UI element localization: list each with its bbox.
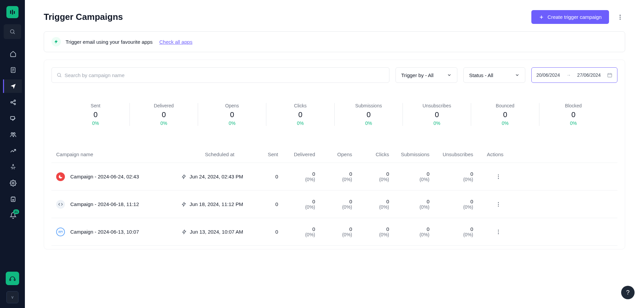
metric-cell: 0(0%): [429, 226, 473, 237]
bolt-icon: [182, 230, 187, 234]
table-row[interactable]: Campaign - 2024-06-18, 11:12 Jun 18, 202…: [51, 191, 617, 218]
nav-campaigns[interactable]: [3, 79, 22, 93]
th-unsubscribes: Unsubscribes: [429, 151, 473, 157]
stat-label: Submissions: [337, 103, 400, 108]
nav-notifications[interactable]: 21: [3, 209, 22, 222]
stat-card: Bounced 0 0%: [471, 103, 539, 126]
svg-line-13: [12, 103, 14, 104]
metric-cell: 0(0%): [429, 171, 473, 182]
stat-label: Opens: [201, 103, 263, 108]
main-content: Trigger Campaigns Create trigger campaig…: [25, 0, 644, 308]
plus-icon: [539, 14, 544, 20]
stat-label: Clicks: [269, 103, 332, 108]
metric-cell: 0(0%): [389, 199, 429, 210]
metric-cell: 0(0%): [352, 171, 389, 182]
metric-cell: 0(0%): [389, 226, 429, 237]
stat-label: Unsubscribes: [406, 103, 468, 108]
sidebar-nav: 21: [0, 47, 25, 222]
sidebar-search[interactable]: [4, 24, 21, 39]
app-trigger-banner: Trigger email using your favourite apps …: [44, 31, 625, 52]
campaign-search[interactable]: [51, 67, 389, 83]
status-select[interactable]: Status - All: [463, 67, 525, 83]
date-range-picker[interactable]: 20/06/2024 → 27/06/2024: [531, 67, 617, 83]
svg-point-3: [10, 30, 14, 33]
svg-point-33: [498, 174, 499, 175]
campaign-source-icon: API: [56, 228, 65, 236]
sent-cell: 0: [244, 201, 278, 207]
create-button-label: Create trigger campaign: [547, 14, 602, 20]
svg-line-4: [13, 33, 14, 34]
nav-forms[interactable]: [3, 63, 22, 77]
nav-contacts[interactable]: [3, 128, 22, 141]
metric-cell: 0(0%): [278, 199, 315, 210]
sent-cell: 0: [244, 229, 278, 235]
svg-point-19: [12, 199, 13, 200]
header-actions: Create trigger campaign: [531, 10, 625, 24]
row-actions: [473, 227, 503, 237]
svg-point-27: [58, 73, 61, 76]
svg-point-26: [620, 19, 621, 20]
row-more-button[interactable]: [493, 227, 503, 237]
svg-rect-2: [14, 11, 15, 14]
stat-value: 0: [474, 110, 536, 119]
table-row[interactable]: Campaign - 2024-06-24, 02:43 Jun 24, 202…: [51, 163, 617, 191]
svg-point-36: [498, 202, 499, 203]
user-avatar[interactable]: v: [6, 291, 18, 303]
metric-cell: 0(0%): [352, 226, 389, 237]
chevron-down-icon: [447, 73, 452, 77]
svg-point-38: [498, 206, 499, 206]
sidebar: 21 v: [0, 0, 25, 308]
sent-cell: 0: [244, 174, 278, 179]
create-trigger-campaign-button[interactable]: Create trigger campaign: [531, 10, 609, 24]
svg-point-24: [620, 14, 621, 15]
stat-card: Delivered 0 0%: [130, 103, 198, 126]
nav-share[interactable]: [3, 96, 22, 109]
trigger-by-value: Trigger by - All: [401, 72, 433, 78]
campaign-search-input[interactable]: [65, 72, 384, 78]
row-actions: [473, 172, 503, 182]
app-logo[interactable]: [6, 6, 18, 18]
svg-rect-29: [608, 73, 612, 77]
stat-value: 0: [64, 110, 127, 119]
trigger-by-select[interactable]: Trigger by - All: [395, 67, 457, 83]
metric-cell: 0(0%): [352, 199, 389, 210]
campaign-name: Campaign - 2024-06-13, 10:07: [70, 229, 139, 235]
campaign-source-icon: [56, 172, 65, 181]
th-scheduled: Scheduled at: [177, 151, 244, 157]
th-delivered: Delivered: [278, 151, 315, 157]
svg-line-28: [60, 76, 61, 77]
th-submissions: Submissions: [389, 151, 429, 157]
svg-rect-1: [12, 10, 13, 14]
stat-percent: 0%: [542, 121, 605, 126]
svg-point-39: [498, 230, 499, 230]
help-button[interactable]: ?: [621, 286, 635, 299]
stat-value: 0: [337, 110, 400, 119]
row-more-button[interactable]: [493, 199, 503, 209]
th-actions: Actions: [473, 151, 503, 157]
metric-cell: 0(0%): [389, 171, 429, 182]
nav-analytics[interactable]: [3, 144, 22, 158]
table-body: Campaign - 2024-06-24, 02:43 Jun 24, 202…: [51, 163, 617, 246]
table-row[interactable]: API Campaign - 2024-06-13, 10:07 Jun 13,…: [51, 218, 617, 246]
support-button[interactable]: [6, 272, 19, 285]
campaign-name-cell: Campaign - 2024-06-24, 02:43: [56, 172, 177, 181]
nav-home[interactable]: [3, 47, 22, 61]
stat-card: Submissions 0 0%: [335, 103, 403, 126]
row-more-button[interactable]: [493, 172, 503, 182]
stat-card: Unsubscribes 0 0%: [403, 103, 471, 126]
header-more-button[interactable]: [615, 12, 625, 22]
campaign-name: Campaign - 2024-06-24, 02:43: [70, 174, 139, 179]
th-clicks: Clicks: [352, 151, 389, 157]
nav-templates[interactable]: [3, 112, 22, 125]
metric-cell: 0(0%): [315, 199, 352, 210]
nav-settings[interactable]: [3, 176, 22, 190]
stat-percent: 0%: [201, 121, 263, 126]
scheduled-value: Jun 18, 2024, 11:12 PM: [190, 201, 243, 207]
calendar-icon: [607, 72, 612, 78]
page-title: Trigger Campaigns: [44, 12, 123, 22]
nav-integrations[interactable]: [3, 193, 22, 206]
stat-label: Delivered: [132, 103, 195, 108]
nav-automation[interactable]: [3, 160, 22, 174]
check-all-apps-link[interactable]: Check all apps: [159, 39, 192, 45]
campaign-name-cell: Campaign - 2024-06-18, 11:12: [56, 200, 177, 209]
